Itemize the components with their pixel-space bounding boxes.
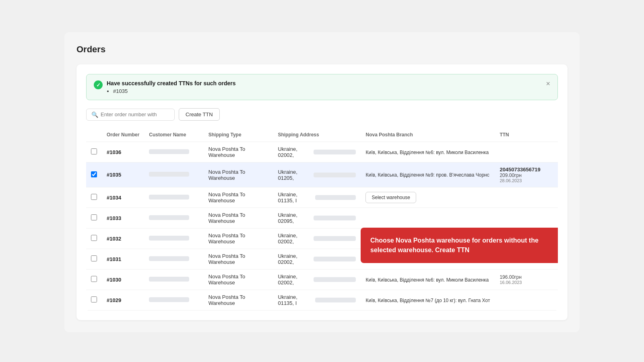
order-number: #1031	[107, 256, 121, 262]
close-banner-button[interactable]: ×	[546, 80, 550, 87]
row-checkbox[interactable]	[91, 194, 97, 200]
ttn-cell: 196.00грн16.06.2023	[495, 269, 558, 290]
customer-name-bar	[149, 277, 189, 282]
address-bar	[314, 277, 356, 282]
shipping-address-cell: Ukraine, 01135, І	[273, 187, 361, 208]
address-text: Ukraine, 02002,	[278, 274, 310, 286]
page-title: Orders	[76, 44, 568, 55]
row-checkbox[interactable]	[91, 255, 97, 261]
header-order-number: Order Number	[102, 128, 144, 142]
order-number: #1034	[107, 195, 121, 201]
shipping-address-cell: Ukraine, 02002,	[273, 249, 361, 269]
branch-text: Київ, Київська, Відділення №7 (до 10 кг)…	[365, 298, 490, 303]
order-number-cell: #1034	[102, 187, 144, 208]
shipping-address-cell: Ukraine, 02002,	[273, 269, 361, 290]
order-number: #1036	[107, 149, 121, 155]
customer-name-cell	[144, 269, 203, 290]
table-row: #1036Nova Poshta To WarehouseUkraine, 02…	[86, 142, 558, 162]
search-icon: 🔍	[91, 111, 98, 118]
address-text: Ukraine, 01135, І	[278, 191, 312, 204]
page-container: Orders Have successfully created TTNs fo…	[64, 32, 580, 332]
row-checkbox[interactable]	[91, 148, 97, 154]
order-number: #1030	[107, 277, 121, 283]
row-checkbox[interactable]	[91, 235, 97, 241]
ttn-date: 16.06.2023	[500, 280, 553, 285]
table-row: #1030Nova Poshta To WarehouseUkraine, 02…	[86, 269, 558, 290]
main-card: Have successfully created TTNs for such …	[76, 64, 568, 320]
shipping-type-cell: Nova Poshta To Warehouse	[204, 269, 273, 290]
shipping-type-cell: Nova Poshta To Warehouse	[204, 142, 273, 162]
customer-name-bar	[149, 215, 189, 220]
table-row: #1029Nova Poshta To WarehouseUkraine, 01…	[86, 290, 558, 311]
order-number: #1032	[107, 236, 121, 242]
shipping-address-cell: Ukraine, 01135, І	[273, 290, 361, 311]
address-bar	[314, 173, 356, 177]
ttn-cell	[495, 187, 558, 208]
shipping-type-cell: Nova Poshta To Warehouse	[204, 208, 273, 228]
branch-cell: Київ, Київська, Відділення №6: вул. Мико…	[361, 142, 495, 162]
branch-cell: Київ, Київська, Відділення №7 (до 10 кг)…	[361, 290, 495, 311]
address-text: Ukraine, 02002,	[278, 253, 310, 265]
table-header-row: Order Number Customer Name Shipping Type…	[86, 128, 558, 142]
success-banner: Have successfully created TTNs for such …	[86, 74, 558, 100]
shipping-type-cell: Nova Poshta To Warehouse	[204, 228, 273, 249]
table-row: #1035Nova Poshta To WarehouseUkraine, 01…	[86, 162, 558, 187]
ttn-number: 20450733656719	[500, 167, 553, 173]
order-number-cell: #1036	[102, 142, 144, 162]
shipping-type-cell: Nova Poshta To Warehouse	[204, 162, 273, 187]
create-ttn-button[interactable]: Create TTN	[179, 108, 220, 121]
address-bar	[314, 216, 356, 220]
customer-name-cell	[144, 187, 203, 208]
shipping-type-cell: Nova Poshta To Warehouse	[204, 290, 273, 311]
order-number: #1029	[107, 297, 121, 303]
shipping-type-cell: Nova Poshta To Warehouse	[204, 249, 273, 269]
shipping-address-cell: Ukraine, 02095,	[273, 208, 361, 228]
success-orders-list: #1035	[113, 88, 236, 94]
ttn-cell	[495, 290, 558, 311]
customer-name-bar	[149, 149, 189, 154]
customer-name-bar	[149, 297, 189, 302]
tooltip-text: Choose Nova Poshta warehouse for orders …	[370, 236, 548, 255]
branch-cell	[361, 208, 495, 228]
success-banner-content: Have successfully created TTNs for such …	[94, 80, 236, 94]
branch-text: Київ, Київська, Відділення №9: пров. В'я…	[365, 172, 489, 178]
order-number-cell: #1029	[102, 290, 144, 311]
row-checkbox[interactable]	[91, 214, 97, 220]
shipping-address-cell: Ukraine, 01205,	[273, 162, 361, 187]
branch-text: Київ, Київська, Відділення №6: вул. Мико…	[365, 150, 489, 155]
ttn-price: 209.00грн	[500, 173, 553, 178]
success-text: Have successfully created TTNs for such …	[107, 80, 236, 94]
warehouse-tooltip: Choose Nova Poshta warehouse for orders …	[361, 228, 558, 263]
customer-name-cell	[144, 290, 203, 311]
customer-name-bar	[149, 256, 189, 261]
select-warehouse-button[interactable]: Select warehouse	[365, 192, 416, 203]
customer-name-cell	[144, 162, 203, 187]
table-row: #1034Nova Poshta To WarehouseUkraine, 01…	[86, 187, 558, 208]
header-ttn: TTN	[495, 128, 558, 142]
address-bar	[314, 150, 356, 154]
orders-table-wrap: Order Number Customer Name Shipping Type…	[86, 128, 558, 311]
shipping-type-cell: Nova Poshta To Warehouse	[204, 187, 273, 208]
customer-name-cell	[144, 228, 203, 249]
order-number-cell: #1030	[102, 269, 144, 290]
ttn-price: 196.00грн	[500, 274, 553, 280]
ttn-cell	[495, 142, 558, 162]
order-number: #1033	[107, 215, 121, 221]
shipping-address-cell: Ukraine, 02002,	[273, 228, 361, 249]
customer-name-cell	[144, 142, 203, 162]
order-number-cell: #1035	[102, 162, 144, 187]
row-checkbox[interactable]	[91, 171, 97, 177]
header-customer-name: Customer Name	[144, 128, 203, 142]
order-number-cell: #1033	[102, 208, 144, 228]
customer-name-cell	[144, 208, 203, 228]
address-text: Ukraine, 02002,	[278, 146, 310, 158]
branch-cell: Київ, Київська, Відділення №9: пров. В'я…	[361, 162, 495, 187]
address-bar	[315, 195, 356, 200]
row-checkbox[interactable]	[91, 276, 97, 282]
address-text: Ukraine, 01135, І	[278, 294, 312, 306]
success-order-item: #1035	[113, 88, 236, 94]
row-checkbox[interactable]	[91, 296, 97, 302]
customer-name-bar	[149, 236, 189, 241]
search-input[interactable]	[101, 111, 169, 117]
ttn-cell	[495, 208, 558, 228]
